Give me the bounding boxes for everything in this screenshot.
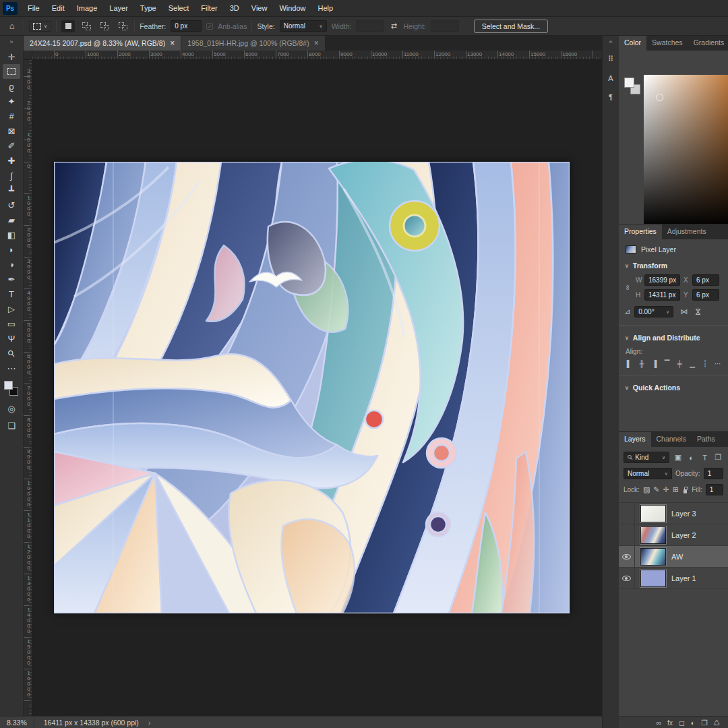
tool-gradient[interactable]: ◧ <box>3 227 20 242</box>
menu-3d[interactable]: 3D <box>224 0 245 17</box>
paragraph-panel-icon[interactable]: ¶ <box>604 90 618 104</box>
tool-eyedropper[interactable]: ✐ <box>3 138 20 153</box>
tab-adjustments[interactable]: Adjustments <box>662 224 712 239</box>
layer-effects-icon[interactable]: fx <box>667 719 673 727</box>
transform-x-field[interactable]: 6 px <box>692 274 719 286</box>
tool-eraser[interactable]: ▰ <box>3 212 20 227</box>
tool-pen[interactable]: ✒ <box>3 272 20 286</box>
transform-section-header[interactable]: ∨ Transform <box>619 262 728 270</box>
color-picker-field[interactable] <box>644 75 728 224</box>
filter-type-layers-icon[interactable]: T <box>700 454 710 462</box>
lock-artboard-icon[interactable]: ⊞ <box>673 485 679 494</box>
foreground-swatch[interactable] <box>624 78 634 88</box>
tab-swatches[interactable]: Swatches <box>646 36 688 51</box>
vertical-ruler[interactable]: 3000 2000 1000 0 1000 2000 3000 4000 500… <box>24 60 32 716</box>
filter-group-layers-icon[interactable]: ❐ <box>713 453 723 462</box>
tool-rectangular-marquee[interactable] <box>3 64 20 79</box>
visibility-toggle[interactable] <box>619 524 635 546</box>
style-select[interactable]: Normal∨ <box>280 20 327 32</box>
quick-mask-icon[interactable]: ◎ <box>7 404 15 414</box>
transform-width-field[interactable]: 16399 px <box>644 274 680 286</box>
tool-preset-picker[interactable]: ∨ <box>29 21 51 32</box>
ruler-origin-corner[interactable] <box>24 51 32 60</box>
layer-row-layer-3[interactable]: Layer 3 <box>619 503 728 524</box>
menu-filter[interactable]: Filter <box>195 0 223 17</box>
tool-type[interactable]: T <box>3 286 20 301</box>
anti-alias-checkbox[interactable]: ✓ <box>206 23 213 30</box>
layer-thumbnail[interactable] <box>640 548 666 566</box>
tool-hand[interactable]: Ψ <box>3 331 20 346</box>
layer-row-layer-1[interactable]: Layer 1 <box>619 568 728 589</box>
feather-input[interactable]: 0 px <box>171 20 202 32</box>
foreground-color-swatch[interactable] <box>4 381 13 390</box>
layer-thumbnail[interactable] <box>640 505 666 522</box>
close-icon[interactable]: × <box>314 40 319 47</box>
close-icon[interactable]: × <box>170 40 175 47</box>
menu-file[interactable]: File <box>22 0 46 17</box>
align-top-icon[interactable]: ▔ <box>663 360 671 367</box>
tool-history-brush[interactable]: ↺ <box>3 198 20 212</box>
width-input[interactable] <box>356 20 384 32</box>
color-picker-cursor[interactable] <box>656 94 663 101</box>
menu-help[interactable]: Help <box>312 0 340 17</box>
align-center-horizontal-icon[interactable]: ╫ <box>638 360 646 367</box>
character-panel-icon[interactable]: A <box>604 71 618 85</box>
filter-adjustment-layers-icon[interactable]: ◐ <box>686 454 696 462</box>
align-center-vertical-icon[interactable]: ╪ <box>676 360 684 367</box>
tool-quick-selection[interactable]: ✦ <box>3 94 20 109</box>
home-icon[interactable]: ⌂ <box>5 21 19 31</box>
tool-blur[interactable]: ◗ <box>3 242 20 257</box>
tool-crop[interactable]: # <box>3 109 20 123</box>
height-input[interactable] <box>431 20 459 32</box>
tool-frame[interactable]: ⊠ <box>3 123 20 138</box>
expand-toolbar-icon[interactable]: » <box>9 36 13 49</box>
tab-channels[interactable]: Channels <box>651 432 692 447</box>
new-group-icon[interactable]: ❐ <box>701 719 707 727</box>
collapse-panels-icon[interactable]: « <box>609 36 612 52</box>
delete-layer-icon[interactable]: ♺ <box>714 719 720 727</box>
more-align-options-icon[interactable]: ⋯ <box>714 360 721 367</box>
menu-type[interactable]: Type <box>134 0 162 17</box>
tab-layers[interactable]: Layers <box>619 432 651 447</box>
transform-height-field[interactable]: 14311 px <box>644 289 680 301</box>
select-and-mask-button[interactable]: Select and Mask... <box>474 20 548 33</box>
visibility-toggle[interactable] <box>619 546 635 568</box>
filter-pixel-layers-icon[interactable]: ▣ <box>673 453 683 462</box>
subtract-selection-mode-button[interactable] <box>98 20 111 32</box>
tab-gradients[interactable]: Gradients <box>688 36 728 51</box>
flip-horizontal-icon[interactable]: ⋈ <box>680 307 688 316</box>
lock-image-pixels-icon[interactable]: ✎ <box>653 485 659 494</box>
layer-row-aw-selected[interactable]: AW <box>619 546 728 568</box>
tool-rectangle[interactable]: ▭ <box>3 316 20 331</box>
lock-all-icon[interactable] <box>684 489 687 493</box>
tool-lasso[interactable]: ϱ <box>3 79 20 94</box>
intersect-selection-mode-button[interactable] <box>116 20 129 32</box>
document-tab-inactive[interactable]: 1958_019H-HR.jpg @ 100% (RGB/8#) × <box>181 36 325 51</box>
foreground-background-colors[interactable] <box>3 381 20 397</box>
new-adjustment-layer-icon[interactable]: ◐ <box>691 719 695 727</box>
tab-paths[interactable]: Paths <box>692 432 721 447</box>
tool-path-selection[interactable]: ▷ <box>3 301 20 316</box>
tool-brush[interactable]: ʃ <box>3 168 20 183</box>
tool-move[interactable]: ✛ <box>3 49 20 64</box>
visibility-toggle[interactable] <box>619 568 635 589</box>
horizontal-ruler[interactable]: 0 1000 2000 3000 4000 5000 6000 7000 800… <box>32 51 602 60</box>
tool-spot-healing[interactable]: ✚ <box>3 153 20 168</box>
lock-transparent-pixels-icon[interactable]: ▨ <box>643 485 650 494</box>
panel-color-swatches[interactable] <box>624 78 642 96</box>
layer-thumbnail[interactable] <box>640 526 666 544</box>
opacity-field[interactable]: 1 <box>704 468 723 479</box>
align-section-header[interactable]: ∨ Align and Distribute <box>619 334 728 342</box>
new-selection-mode-button[interactable] <box>61 20 75 32</box>
align-right-icon[interactable]: ▐ <box>651 360 659 367</box>
flip-vertical-icon[interactable]: ⋈ <box>694 308 702 315</box>
menu-layer[interactable]: Layer <box>103 0 134 17</box>
edit-toolbar-button[interactable]: ⋯ <box>3 361 20 375</box>
layer-thumbnail[interactable] <box>640 570 666 587</box>
photoshop-logo-icon[interactable]: Ps <box>3 2 18 15</box>
distribute-icon[interactable]: ┆ <box>702 360 709 367</box>
libraries-panel-icon[interactable]: ⠿ <box>604 52 618 66</box>
rotation-field[interactable]: 0.00° ∨ <box>634 306 673 317</box>
menu-image[interactable]: Image <box>71 0 104 17</box>
menu-edit[interactable]: Edit <box>46 0 71 17</box>
